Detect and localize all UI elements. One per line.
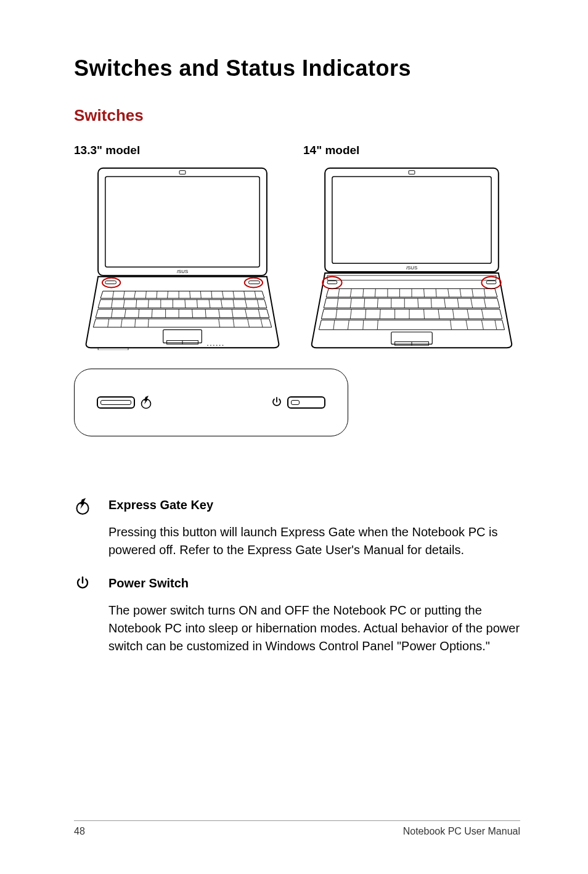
svg-point-64 bbox=[223, 345, 224, 346]
svg-rect-2 bbox=[179, 171, 186, 174]
svg-line-25 bbox=[136, 300, 137, 308]
svg-line-33 bbox=[233, 300, 234, 308]
svg-line-53 bbox=[233, 319, 234, 327]
svg-line-12 bbox=[145, 291, 146, 298]
svg-line-10 bbox=[123, 291, 125, 298]
svg-line-108 bbox=[424, 309, 425, 319]
svg-point-63 bbox=[219, 345, 221, 346]
svg-line-36 bbox=[112, 309, 113, 318]
feature-power-switch: Power Switch The power switch turns ON a… bbox=[74, 576, 520, 655]
svg-line-45 bbox=[232, 309, 233, 318]
svg-line-87 bbox=[460, 288, 461, 297]
svg-line-18 bbox=[211, 291, 212, 298]
svg-rect-67 bbox=[325, 168, 499, 272]
svg-point-62 bbox=[216, 345, 218, 346]
express-gate-icon bbox=[140, 396, 152, 409]
svg-line-17 bbox=[200, 291, 201, 298]
svg-point-73 bbox=[322, 277, 341, 289]
switch-closeup-panel bbox=[74, 369, 348, 436]
svg-point-60 bbox=[210, 345, 211, 346]
svg-line-79 bbox=[363, 288, 364, 297]
svg-line-31 bbox=[209, 300, 210, 308]
svg-line-37 bbox=[125, 309, 126, 318]
svg-line-99 bbox=[457, 298, 459, 308]
svg-line-97 bbox=[431, 298, 431, 308]
svg-line-101 bbox=[484, 298, 486, 308]
svg-line-43 bbox=[205, 309, 206, 318]
svg-line-30 bbox=[197, 300, 197, 308]
svg-line-90 bbox=[337, 298, 338, 308]
feature-title: Power Switch bbox=[108, 576, 520, 590]
page-title: Switches and Status Indicators bbox=[74, 55, 520, 81]
svg-line-112 bbox=[481, 309, 483, 319]
laptop-diagram-14: /SUS bbox=[303, 163, 520, 350]
svg-rect-1 bbox=[105, 177, 259, 268]
svg-line-46 bbox=[245, 309, 247, 318]
svg-line-35 bbox=[257, 300, 259, 308]
svg-line-102 bbox=[336, 309, 337, 319]
svg-line-96 bbox=[418, 298, 419, 308]
svg-point-74 bbox=[481, 277, 500, 289]
svg-line-86 bbox=[448, 288, 449, 297]
svg-line-111 bbox=[467, 309, 469, 319]
svg-line-11 bbox=[134, 291, 136, 298]
svg-line-14 bbox=[168, 291, 168, 298]
svg-line-105 bbox=[380, 309, 380, 319]
svg-rect-69 bbox=[409, 171, 415, 174]
svg-line-21 bbox=[244, 291, 245, 298]
svg-line-115 bbox=[363, 320, 364, 330]
svg-line-104 bbox=[365, 309, 366, 319]
express-gate-icon bbox=[75, 498, 91, 515]
feature-text: The power switch turns ON and OFF the No… bbox=[108, 602, 520, 655]
page-footer: 48 Notebook PC User Manual bbox=[74, 820, 520, 837]
svg-line-39 bbox=[152, 309, 152, 318]
svg-rect-7 bbox=[105, 281, 116, 284]
svg-line-49 bbox=[121, 319, 122, 327]
page-number: 48 bbox=[74, 826, 85, 837]
svg-line-119 bbox=[481, 320, 483, 330]
feature-express-gate: Express Gate Key Pressing this button wi… bbox=[74, 498, 520, 559]
svg-line-34 bbox=[245, 300, 247, 308]
svg-line-89 bbox=[484, 288, 485, 297]
svg-line-55 bbox=[261, 319, 263, 327]
svg-line-85 bbox=[436, 288, 436, 297]
model-col-14: 14" model /SUS bbox=[303, 144, 520, 353]
svg-line-42 bbox=[192, 309, 193, 318]
page-content: Switches and Status Indicators Switches … bbox=[0, 0, 588, 697]
model-label-13: 13.3" model bbox=[74, 144, 291, 157]
svg-line-47 bbox=[258, 309, 260, 318]
svg-line-118 bbox=[466, 320, 468, 330]
svg-line-13 bbox=[157, 291, 157, 298]
svg-line-109 bbox=[438, 309, 439, 319]
model-col-13: 13.3" model /SUS bbox=[74, 144, 291, 353]
svg-line-92 bbox=[364, 298, 365, 308]
svg-line-120 bbox=[495, 320, 497, 330]
svg-rect-75 bbox=[327, 281, 337, 284]
svg-line-110 bbox=[452, 309, 454, 319]
svg-line-84 bbox=[424, 288, 425, 297]
svg-line-93 bbox=[377, 298, 378, 308]
svg-rect-0 bbox=[98, 168, 267, 276]
svg-line-54 bbox=[248, 319, 250, 327]
model-label-14: 14" model bbox=[303, 144, 520, 157]
svg-point-61 bbox=[213, 345, 214, 346]
feature-title: Express Gate Key bbox=[108, 498, 520, 512]
express-gate-button-graphic bbox=[97, 396, 135, 409]
section-heading: Switches bbox=[74, 106, 520, 125]
power-icon bbox=[75, 576, 90, 591]
svg-line-23 bbox=[112, 300, 113, 308]
svg-line-78 bbox=[350, 288, 351, 297]
model-row: 13.3" model /SUS bbox=[74, 144, 520, 353]
svg-text:/SUS: /SUS bbox=[406, 265, 417, 271]
svg-text:/SUS: /SUS bbox=[177, 269, 188, 274]
svg-line-52 bbox=[219, 319, 220, 327]
svg-line-51 bbox=[148, 319, 149, 327]
svg-line-9 bbox=[113, 291, 114, 298]
svg-line-100 bbox=[471, 298, 473, 308]
svg-line-98 bbox=[444, 298, 446, 308]
svg-line-114 bbox=[348, 320, 349, 330]
svg-line-19 bbox=[223, 291, 224, 298]
svg-line-103 bbox=[350, 309, 351, 319]
svg-line-26 bbox=[148, 300, 149, 308]
svg-line-44 bbox=[219, 309, 220, 318]
